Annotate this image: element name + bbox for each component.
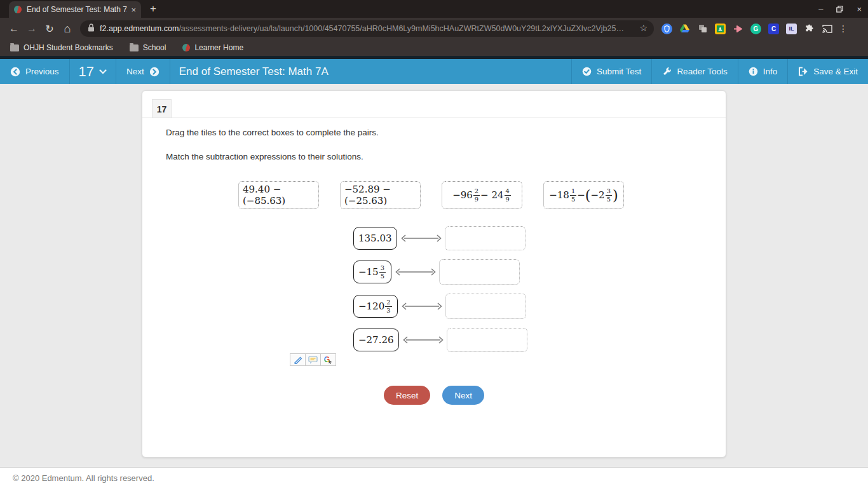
cursor-icon [329, 360, 332, 364]
chevron-down-icon [99, 69, 107, 74]
window-controls: – × [818, 0, 862, 18]
shield-extension-icon[interactable] [661, 24, 672, 34]
question-number-dropdown[interactable]: 17 [70, 59, 116, 84]
classroom-extension-icon[interactable] [715, 24, 726, 34]
cast-icon[interactable] [822, 24, 832, 34]
drag-tile[interactable]: 49.40 − (−85.63) [238, 181, 319, 209]
check-circle-icon [582, 67, 592, 76]
extensions-puzzle-icon[interactable] [804, 24, 815, 34]
bookmark-item[interactable]: OHJH Student Bookmarks [10, 43, 113, 52]
answer-tile: 135.03 [353, 227, 397, 250]
bookmark-item[interactable]: Learner Home [182, 43, 243, 52]
divider [142, 118, 726, 118]
tab-close-icon[interactable]: × [131, 5, 136, 15]
arrow-circle-right-icon [149, 67, 159, 77]
comment-icon [308, 356, 318, 364]
test-navigation-bar: Previous 17 Next End of Semester Test: M… [0, 56, 868, 84]
question-number-tab: 17 [152, 99, 172, 118]
draggable-tiles-row: 49.40 − (−85.63) −52.89 − (−25.63) −96 2… [238, 181, 624, 209]
question-card: 17 Drag the tiles to the correct boxes t… [142, 90, 726, 458]
instruction-text: Match the subtraction expressions to the… [166, 152, 363, 161]
url-path: /assessments-delivery/ua/la/launch/1000/… [179, 24, 624, 33]
extension-icons: G C IL [661, 24, 832, 34]
il-extension-icon[interactable]: IL [786, 24, 797, 34]
match-row: −120 23 [353, 294, 527, 319]
double-arrow-icon [395, 268, 437, 276]
forward-button[interactable]: → [23, 23, 41, 34]
grammarly-extension-icon[interactable]: G [750, 24, 761, 34]
address-bar[interactable]: f2.app.edmentum.com/assessments-delivery… [80, 20, 654, 37]
test-title: End of Semester Test: Math 7A [170, 59, 571, 84]
page-footer: © 2020 Edmentum. All rights reserved. [0, 467, 868, 488]
drag-tile[interactable]: −96 29 − 24 49 [442, 181, 522, 209]
back-button[interactable]: ← [5, 23, 23, 34]
highlighter-pen-button[interactable] [290, 353, 306, 366]
reload-button[interactable]: ↻ [41, 23, 58, 35]
comment-button[interactable] [305, 353, 321, 366]
pencil-icon [294, 356, 302, 364]
matching-area: 135.03 −15 35 −120 23 −27.26 [353, 226, 527, 361]
arrow-extension-icon[interactable] [733, 24, 743, 34]
question-next-button[interactable]: Next [442, 386, 484, 405]
bookmark-label: OHJH Student Bookmarks [24, 43, 113, 52]
tab-title: End of Semester Test: Math 7A [27, 5, 127, 14]
drop-box[interactable] [445, 294, 526, 319]
annotation-toolbar: G [290, 353, 336, 366]
minimize-button[interactable]: – [818, 4, 823, 14]
edmentum-favicon-icon [14, 6, 22, 13]
answer-tile: −27.26 [353, 329, 399, 351]
reader-tools-button[interactable]: Reader Tools [651, 59, 737, 84]
bookmarks-bar: OHJH Student Bookmarks School Learner Ho… [0, 39, 868, 56]
arrow-circle-left-icon [10, 67, 20, 77]
browser-menu-icon[interactable]: ⋮ [839, 24, 848, 34]
browser-tab[interactable]: End of Semester Test: Math 7A × [9, 1, 141, 18]
lock-icon [88, 23, 95, 34]
submit-test-label: Submit Test [597, 67, 641, 76]
drop-box[interactable] [439, 259, 520, 285]
next-question-button[interactable]: Next [116, 59, 170, 84]
drop-box[interactable] [447, 328, 527, 352]
save-exit-label: Save & Exit [813, 67, 858, 76]
match-row: −27.26 [353, 328, 527, 352]
test-actions: Submit Test Reader Tools Info Save & Exi… [571, 59, 868, 84]
drop-box[interactable] [445, 226, 526, 250]
save-exit-button[interactable]: Save & Exit [787, 59, 868, 84]
info-circle-icon [749, 67, 758, 76]
screen: End of Semester Test: Math 7A × + – × ← … [0, 0, 868, 488]
drag-tile[interactable]: −18 15 − (−2 35) [543, 181, 624, 209]
folder-icon [10, 44, 19, 51]
browser-toolbar: ← → ↻ ⌂ f2.app.edmentum.com/assessments-… [0, 18, 868, 39]
browser-tab-strip: End of Semester Test: Math 7A × + – × [0, 0, 868, 18]
reader-tools-label: Reader Tools [677, 67, 727, 76]
close-window-button[interactable]: × [857, 4, 862, 14]
home-button[interactable]: ⌂ [58, 22, 76, 36]
bookmark-star-icon[interactable]: ☆ [635, 23, 648, 33]
docs-extension-icon[interactable] [697, 24, 708, 34]
info-button[interactable]: Info [738, 59, 788, 84]
match-row: 135.03 [353, 226, 527, 250]
submit-test-button[interactable]: Submit Test [571, 59, 651, 84]
drag-tile[interactable]: −52.89 − (−25.63) [340, 181, 421, 209]
previous-label: Previous [25, 67, 59, 76]
reset-button[interactable]: Reset [384, 386, 430, 405]
copyright-text: © 2020 Edmentum. All rights reserved. [13, 473, 154, 483]
match-row: −15 35 [353, 259, 527, 285]
restore-button[interactable] [836, 6, 843, 13]
drive-extension-icon[interactable] [679, 24, 690, 34]
answer-tile: −120 23 [353, 295, 398, 318]
folder-icon [130, 44, 139, 51]
url-domain: f2.app.edmentum.com [100, 24, 179, 33]
bookmark-item[interactable]: School [130, 43, 166, 52]
info-label: Info [763, 67, 778, 76]
google-search-button[interactable]: G [320, 353, 336, 366]
double-arrow-icon [402, 336, 444, 344]
clever-extension-icon[interactable]: C [768, 24, 779, 34]
double-arrow-icon [400, 234, 442, 243]
double-arrow-icon [401, 302, 443, 311]
question-buttons: Reset Next [142, 386, 726, 405]
bookmark-label: Learner Home [194, 43, 243, 52]
new-tab-button[interactable]: + [150, 3, 156, 15]
sign-out-icon [798, 67, 808, 76]
instruction-text: Drag the tiles to the correct boxes to c… [166, 128, 379, 137]
previous-question-button[interactable]: Previous [0, 59, 70, 84]
